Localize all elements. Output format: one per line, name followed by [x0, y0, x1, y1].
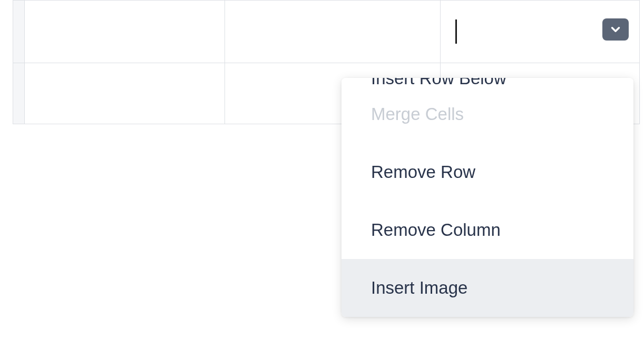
row-handle[interactable] [13, 1, 25, 63]
table-cell[interactable] [225, 1, 440, 63]
table-cell[interactable] [25, 63, 225, 124]
menu-item-remove-row[interactable]: Remove Row [341, 143, 633, 201]
table-cell[interactable] [25, 1, 225, 63]
row-handle[interactable] [13, 63, 25, 124]
menu-item-insert-image[interactable]: Insert Image [341, 259, 633, 317]
menu-item-remove-column[interactable]: Remove Column [341, 201, 633, 259]
menu-item-insert-row-below[interactable]: Insert Row Below [341, 78, 633, 85]
table-cell-active[interactable] [440, 1, 639, 63]
text-cursor [455, 19, 457, 44]
cell-context-menu: Insert Row Below Merge Cells Remove Row … [341, 78, 633, 317]
cell-menu-button[interactable] [602, 18, 629, 41]
menu-item-merge-cells: Merge Cells [341, 85, 633, 143]
chevron-down-icon [609, 23, 622, 36]
table-row [13, 1, 640, 63]
